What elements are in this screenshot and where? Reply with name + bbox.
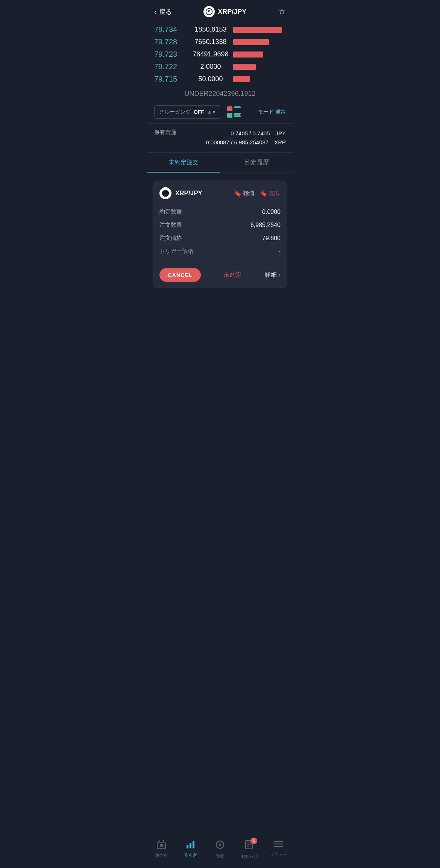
order-price-row: 注文価格 79.800 xyxy=(159,232,281,245)
orderbook-row: 79.715 50.0000 xyxy=(154,73,286,85)
orderbook-row: 79.723 78491.9698 xyxy=(154,48,286,61)
sell-bookmark-icon: 🔖 xyxy=(260,190,267,197)
order-card: XRP/JPY 🔖 指値 🔖 売り 約定数量 0.0000 注文数量 6, xyxy=(153,180,287,288)
trigger-price-label: トリガー価格 xyxy=(159,248,193,255)
price-2: 79.728 xyxy=(154,38,188,46)
amount-1: 1850.8153 xyxy=(188,26,233,33)
order-list: XRP/JPY 🔖 指値 🔖 売り 約定数量 0.0000 注文数量 6, xyxy=(147,173,293,301)
assets-values: 0.7405 / 0.7405 JPY 0.000087 / 6,985.254… xyxy=(206,129,286,147)
back-chevron-icon: ‹ xyxy=(154,8,157,16)
detail-link[interactable]: 詳細 › xyxy=(265,271,281,279)
trigger-price-row: トリガー価格 - xyxy=(159,245,281,258)
assets-section: 保有資産 0.7405 / 0.7405 JPY 0.000087 / 6,98… xyxy=(147,123,293,153)
price-1: 79.734 xyxy=(154,25,188,34)
order-card-footer: CANCEL 未約定 詳細 › xyxy=(159,262,281,288)
order-type-tag: 🔖 指値 xyxy=(234,190,255,197)
bar-2 xyxy=(233,39,269,45)
order-pair-name: XRP/JPY xyxy=(175,189,202,197)
tab-open-orders[interactable]: 未約定注文 xyxy=(147,153,220,173)
order-qty-value: 6,985.2540 xyxy=(250,222,281,229)
bar-1 xyxy=(233,27,282,33)
header-center: XRP/JPY xyxy=(203,6,246,17)
nav-spacer xyxy=(147,301,293,339)
orderbook-row: 79.728 7650.1338 xyxy=(154,36,286,48)
mode-section: モード 通常 xyxy=(258,109,286,115)
page-title: XRP/JPY xyxy=(218,8,246,16)
bar-3 xyxy=(233,52,263,58)
mode-label: モード xyxy=(258,109,274,115)
amount-3: 78491.9698 xyxy=(188,50,233,58)
order-pair: XRP/JPY xyxy=(159,187,202,199)
bar-container-4 xyxy=(233,63,286,71)
cancel-button[interactable]: CANCEL xyxy=(159,268,201,282)
grouping-arrow-icon: ▲▼ xyxy=(207,109,216,115)
controls-row: グルーピング OFF ▲▼ モード 通常 xyxy=(147,101,293,123)
bar-5 xyxy=(233,76,250,82)
view-toggle-button[interactable] xyxy=(226,105,242,120)
assets-xrp-line: 0.000087 / 6,985.254087 XRP xyxy=(206,138,286,147)
orderbook-row: 79.734 1850.8153 xyxy=(154,23,286,36)
bar-container-5 xyxy=(233,76,286,83)
xrp-logo-icon xyxy=(203,6,215,17)
orderbook: 79.734 1850.8153 79.728 7650.1338 79.723… xyxy=(147,23,293,101)
order-tags: 🔖 指値 🔖 売り xyxy=(234,190,281,197)
bar-container-2 xyxy=(233,38,286,46)
filled-qty-row: 約定数量 0.0000 xyxy=(159,205,281,218)
price-3: 79.723 xyxy=(154,50,188,59)
order-status-label: 未約定 xyxy=(224,271,242,279)
order-type-label: 指値 xyxy=(243,190,255,197)
filled-qty-label: 約定数量 xyxy=(159,208,182,215)
amount-4: 2.0000 xyxy=(188,63,233,71)
amount-2: 7650.1338 xyxy=(188,38,233,46)
amount-5: 50.0000 xyxy=(188,75,233,83)
svg-rect-3 xyxy=(234,113,241,115)
order-side-tag: 🔖 売り xyxy=(260,190,281,197)
svg-rect-4 xyxy=(234,115,241,117)
trigger-price-value: - xyxy=(279,248,281,255)
assets-jpy-line: 0.7405 / 0.7405 JPY xyxy=(206,129,286,138)
back-button[interactable]: ‹ 戻る xyxy=(154,8,172,16)
filled-qty-value: 0.0000 xyxy=(262,209,281,215)
svg-rect-1 xyxy=(234,106,241,108)
order-side-label: 売り xyxy=(269,190,281,197)
grouping-label: グルーピング xyxy=(159,109,191,115)
order-qty-row: 注文数量 6,985.2540 xyxy=(159,218,281,232)
bar-container-1 xyxy=(233,26,286,33)
grouping-dropdown[interactable]: グルーピング OFF ▲▼ xyxy=(154,105,221,119)
svg-rect-0 xyxy=(227,106,232,111)
svg-rect-2 xyxy=(227,113,232,118)
price-5: 79.715 xyxy=(154,75,188,83)
order-price-value: 79.800 xyxy=(262,235,281,242)
tab-order-history[interactable]: 約定履歴 xyxy=(220,153,293,173)
mode-value: 通常 xyxy=(275,109,286,115)
order-xrp-logo-icon xyxy=(159,187,171,199)
detail-chevron-icon: › xyxy=(278,271,281,279)
price-4: 79.722 xyxy=(154,62,188,71)
back-label: 戻る xyxy=(159,8,172,16)
order-price-label: 注文価格 xyxy=(159,235,182,242)
order-card-header: XRP/JPY 🔖 指値 🔖 売り xyxy=(159,187,281,199)
bookmark-icon: 🔖 xyxy=(234,190,241,197)
assets-title: 保有資産 xyxy=(154,129,177,136)
orderbook-row: 79.722 2.0000 xyxy=(154,61,286,73)
bar-4 xyxy=(233,64,256,70)
tabs-bar: 未約定注文 約定履歴 xyxy=(147,153,293,173)
detail-label: 詳細 xyxy=(265,271,277,279)
under-label: UNDER22042396.1912 xyxy=(154,85,286,101)
grouping-value: OFF xyxy=(194,109,204,115)
header: ‹ 戻る XRP/JPY ☆ xyxy=(147,0,293,23)
order-fields: 約定数量 0.0000 注文数量 6,985.2540 注文価格 79.800 … xyxy=(159,205,281,258)
bar-container-3 xyxy=(233,51,286,58)
order-qty-label: 注文数量 xyxy=(159,221,182,229)
assets-header-row: 保有資産 0.7405 / 0.7405 JPY 0.000087 / 6,98… xyxy=(154,129,286,147)
favorite-star-icon[interactable]: ☆ xyxy=(278,7,286,17)
